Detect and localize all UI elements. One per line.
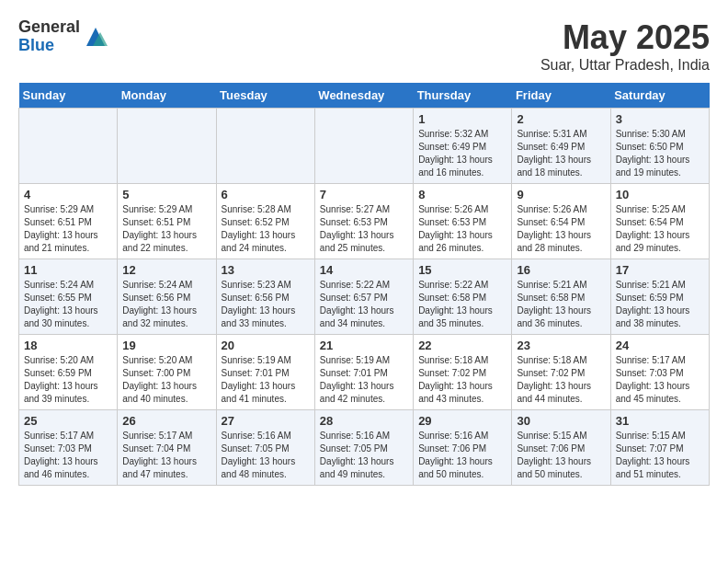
calendar-day-15: 15Sunrise: 5:22 AMSunset: 6:58 PMDayligh… bbox=[414, 259, 512, 335]
calendar-week-row: 1Sunrise: 5:32 AMSunset: 6:49 PMDaylight… bbox=[19, 109, 710, 184]
day-info: Sunrise: 5:26 AMSunset: 6:53 PMDaylight:… bbox=[418, 203, 506, 255]
calendar-day-30: 30Sunrise: 5:15 AMSunset: 7:06 PMDayligh… bbox=[512, 410, 610, 486]
calendar-day-1: 1Sunrise: 5:32 AMSunset: 6:49 PMDaylight… bbox=[414, 109, 512, 184]
calendar-day-19: 19Sunrise: 5:20 AMSunset: 7:00 PMDayligh… bbox=[118, 335, 216, 410]
calendar-week-row: 11Sunrise: 5:24 AMSunset: 6:55 PMDayligh… bbox=[19, 259, 710, 335]
header-thursday: Thursday bbox=[414, 83, 512, 109]
day-number: 1 bbox=[418, 112, 506, 126]
calendar-empty-cell bbox=[118, 109, 216, 184]
calendar-day-22: 22Sunrise: 5:18 AMSunset: 7:02 PMDayligh… bbox=[414, 335, 512, 410]
day-number: 16 bbox=[517, 263, 605, 277]
day-info: Sunrise: 5:18 AMSunset: 7:02 PMDaylight:… bbox=[517, 354, 605, 406]
day-info: Sunrise: 5:25 AMSunset: 6:54 PMDaylight:… bbox=[616, 203, 704, 255]
calendar-day-28: 28Sunrise: 5:16 AMSunset: 7:05 PMDayligh… bbox=[314, 410, 413, 486]
day-info: Sunrise: 5:19 AMSunset: 7:01 PMDaylight:… bbox=[320, 354, 408, 406]
day-info: Sunrise: 5:23 AMSunset: 6:56 PMDaylight:… bbox=[222, 279, 310, 330]
day-info: Sunrise: 5:26 AMSunset: 6:54 PMDaylight:… bbox=[517, 203, 605, 255]
calendar-day-29: 29Sunrise: 5:16 AMSunset: 7:06 PMDayligh… bbox=[414, 410, 512, 486]
day-info: Sunrise: 5:16 AMSunset: 7:05 PMDaylight:… bbox=[320, 430, 408, 481]
calendar-day-26: 26Sunrise: 5:17 AMSunset: 7:04 PMDayligh… bbox=[118, 410, 216, 486]
day-info: Sunrise: 5:21 AMSunset: 6:59 PMDaylight:… bbox=[616, 279, 704, 330]
day-info: Sunrise: 5:32 AMSunset: 6:49 PMDaylight:… bbox=[418, 128, 506, 179]
calendar-week-row: 4Sunrise: 5:29 AMSunset: 6:51 PMDaylight… bbox=[19, 184, 710, 259]
calendar-day-7: 7Sunrise: 5:27 AMSunset: 6:53 PMDaylight… bbox=[314, 184, 413, 259]
day-info: Sunrise: 5:30 AMSunset: 6:50 PMDaylight:… bbox=[616, 128, 704, 179]
header-tuesday: Tuesday bbox=[216, 83, 314, 109]
day-number: 15 bbox=[418, 263, 506, 277]
calendar-empty-cell bbox=[314, 109, 413, 184]
day-info: Sunrise: 5:22 AMSunset: 6:58 PMDaylight:… bbox=[418, 279, 506, 330]
calendar-day-4: 4Sunrise: 5:29 AMSunset: 6:51 PMDaylight… bbox=[19, 184, 118, 259]
day-number: 17 bbox=[616, 263, 704, 277]
day-number: 26 bbox=[122, 414, 210, 428]
calendar-day-16: 16Sunrise: 5:21 AMSunset: 6:58 PMDayligh… bbox=[512, 259, 610, 335]
day-number: 10 bbox=[616, 188, 704, 201]
calendar-day-2: 2Sunrise: 5:31 AMSunset: 6:49 PMDaylight… bbox=[512, 109, 610, 184]
header-wednesday: Wednesday bbox=[314, 83, 413, 109]
calendar-day-12: 12Sunrise: 5:24 AMSunset: 6:56 PMDayligh… bbox=[118, 259, 216, 335]
day-number: 25 bbox=[24, 414, 112, 428]
day-info: Sunrise: 5:16 AMSunset: 7:05 PMDaylight:… bbox=[222, 430, 310, 481]
day-info: Sunrise: 5:22 AMSunset: 6:57 PMDaylight:… bbox=[320, 279, 408, 330]
day-info: Sunrise: 5:18 AMSunset: 7:02 PMDaylight:… bbox=[418, 354, 506, 406]
logo-icon bbox=[82, 23, 109, 51]
day-info: Sunrise: 5:29 AMSunset: 6:51 PMDaylight:… bbox=[24, 203, 112, 255]
day-number: 24 bbox=[616, 339, 704, 352]
calendar-day-27: 27Sunrise: 5:16 AMSunset: 7:05 PMDayligh… bbox=[216, 410, 314, 486]
day-info: Sunrise: 5:15 AMSunset: 7:07 PMDaylight:… bbox=[616, 430, 704, 481]
main-title: May 2025 bbox=[540, 18, 710, 57]
subtitle: Suar, Uttar Pradesh, India bbox=[540, 57, 710, 74]
calendar-day-21: 21Sunrise: 5:19 AMSunset: 7:01 PMDayligh… bbox=[314, 335, 413, 410]
day-number: 27 bbox=[222, 414, 310, 428]
calendar-day-25: 25Sunrise: 5:17 AMSunset: 7:03 PMDayligh… bbox=[19, 410, 118, 486]
day-number: 13 bbox=[222, 263, 310, 277]
day-info: Sunrise: 5:17 AMSunset: 7:04 PMDaylight:… bbox=[122, 430, 210, 481]
day-number: 20 bbox=[222, 339, 310, 352]
day-info: Sunrise: 5:17 AMSunset: 7:03 PMDaylight:… bbox=[24, 430, 112, 481]
day-number: 29 bbox=[418, 414, 506, 428]
calendar-header-row: SundayMondayTuesdayWednesdayThursdayFrid… bbox=[19, 83, 710, 109]
day-number: 14 bbox=[320, 263, 408, 277]
day-number: 19 bbox=[122, 339, 210, 352]
calendar-day-17: 17Sunrise: 5:21 AMSunset: 6:59 PMDayligh… bbox=[610, 259, 709, 335]
calendar-table: SundayMondayTuesdayWednesdayThursdayFrid… bbox=[18, 83, 710, 486]
day-number: 5 bbox=[122, 188, 210, 201]
calendar-day-9: 9Sunrise: 5:26 AMSunset: 6:54 PMDaylight… bbox=[512, 184, 610, 259]
day-info: Sunrise: 5:21 AMSunset: 6:58 PMDaylight:… bbox=[517, 279, 605, 330]
day-info: Sunrise: 5:31 AMSunset: 6:49 PMDaylight:… bbox=[517, 128, 605, 179]
title-block: May 2025 Suar, Uttar Pradesh, India bbox=[540, 18, 710, 74]
calendar-day-5: 5Sunrise: 5:29 AMSunset: 6:51 PMDaylight… bbox=[118, 184, 216, 259]
calendar-empty-cell bbox=[19, 109, 118, 184]
calendar-day-20: 20Sunrise: 5:19 AMSunset: 7:01 PMDayligh… bbox=[216, 335, 314, 410]
day-number: 8 bbox=[418, 188, 506, 201]
calendar-day-18: 18Sunrise: 5:20 AMSunset: 6:59 PMDayligh… bbox=[19, 335, 118, 410]
day-number: 28 bbox=[320, 414, 408, 428]
day-info: Sunrise: 5:17 AMSunset: 7:03 PMDaylight:… bbox=[616, 354, 704, 406]
day-number: 7 bbox=[320, 188, 408, 201]
day-number: 11 bbox=[24, 263, 112, 277]
day-number: 30 bbox=[517, 414, 605, 428]
day-info: Sunrise: 5:20 AMSunset: 7:00 PMDaylight:… bbox=[122, 354, 210, 406]
day-number: 9 bbox=[517, 188, 605, 201]
calendar-day-10: 10Sunrise: 5:25 AMSunset: 6:54 PMDayligh… bbox=[610, 184, 709, 259]
day-info: Sunrise: 5:19 AMSunset: 7:01 PMDaylight:… bbox=[222, 354, 310, 406]
day-info: Sunrise: 5:29 AMSunset: 6:51 PMDaylight:… bbox=[122, 203, 210, 255]
calendar-day-3: 3Sunrise: 5:30 AMSunset: 6:50 PMDaylight… bbox=[610, 109, 709, 184]
day-info: Sunrise: 5:28 AMSunset: 6:52 PMDaylight:… bbox=[222, 203, 310, 255]
day-number: 18 bbox=[24, 339, 112, 352]
calendar-week-row: 18Sunrise: 5:20 AMSunset: 6:59 PMDayligh… bbox=[19, 335, 710, 410]
day-info: Sunrise: 5:24 AMSunset: 6:56 PMDaylight:… bbox=[122, 279, 210, 330]
logo-general-text: General bbox=[18, 18, 80, 37]
logo: General Blue bbox=[18, 18, 109, 55]
logo-blue-text: Blue bbox=[18, 37, 80, 55]
day-info: Sunrise: 5:24 AMSunset: 6:55 PMDaylight:… bbox=[24, 279, 112, 330]
day-info: Sunrise: 5:20 AMSunset: 6:59 PMDaylight:… bbox=[24, 354, 112, 406]
page-header: General Blue May 2025 Suar, Uttar Prades… bbox=[18, 18, 710, 74]
header-sunday: Sunday bbox=[19, 83, 118, 109]
calendar-day-23: 23Sunrise: 5:18 AMSunset: 7:02 PMDayligh… bbox=[512, 335, 610, 410]
day-number: 23 bbox=[517, 339, 605, 352]
calendar-day-8: 8Sunrise: 5:26 AMSunset: 6:53 PMDaylight… bbox=[414, 184, 512, 259]
calendar-day-6: 6Sunrise: 5:28 AMSunset: 6:52 PMDaylight… bbox=[216, 184, 314, 259]
day-number: 31 bbox=[616, 414, 704, 428]
day-number: 22 bbox=[418, 339, 506, 352]
